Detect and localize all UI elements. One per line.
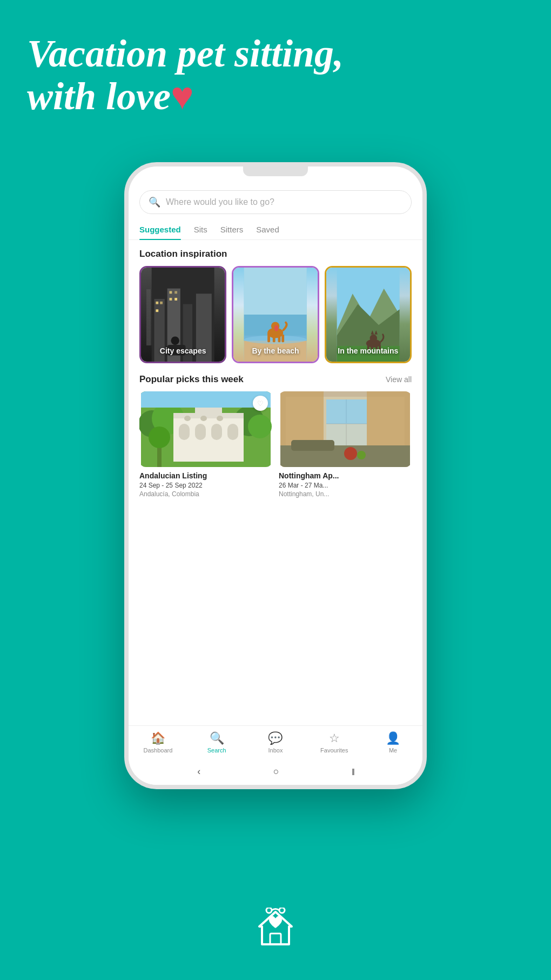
nav-me[interactable]: 👤 Me (364, 731, 422, 754)
andalucia-name: Andalucian Listing (139, 471, 272, 480)
inbox-icon: 💬 (268, 731, 283, 745)
svg-rect-46 (179, 424, 190, 440)
svg-point-26 (274, 325, 279, 331)
nottingham-location: Nottingham, Un... (279, 490, 412, 498)
view-all-button[interactable]: View all (386, 375, 412, 384)
nottingham-image (279, 391, 412, 467)
svg-rect-9 (174, 291, 177, 294)
svg-rect-50 (184, 416, 191, 421)
nottingham-illustration (279, 391, 412, 467)
nav-dashboard[interactable]: 🏠 Dashboard (129, 731, 187, 754)
svg-rect-22 (267, 333, 270, 342)
svg-point-12 (171, 337, 179, 345)
location-section-title: Location inspiration (129, 240, 422, 266)
nav-inbox[interactable]: 💬 Inbox (246, 731, 305, 754)
search-nav-label: Search (207, 747, 226, 754)
location-cards: City escapes (129, 266, 422, 363)
tab-sits[interactable]: Sits (194, 221, 207, 239)
phone-inner: 🔍 Where would you like to go? Suggested … (129, 166, 422, 785)
phone-frame: 🔍 Where would you like to go? Suggested … (124, 162, 427, 789)
android-navigation: ‹ ○ ||| (129, 758, 422, 785)
nottingham-date: 26 Mar - 27 Ma... (279, 482, 412, 489)
svg-point-69 (357, 451, 366, 459)
svg-point-32 (369, 335, 377, 342)
me-label: Me (389, 747, 397, 754)
svg-rect-11 (174, 298, 177, 301)
me-icon: 👤 (386, 731, 400, 745)
andalucia-heart-button[interactable]: ♡ (253, 396, 268, 411)
inbox-label: Inbox (268, 747, 283, 754)
city-card-label: City escapes (141, 346, 225, 355)
svg-rect-7 (156, 309, 158, 312)
svg-point-43 (248, 415, 272, 438)
search-bar[interactable]: 🔍 Where would you like to go? (139, 190, 412, 214)
svg-rect-71 (270, 934, 281, 944)
svg-rect-48 (211, 424, 222, 440)
svg-rect-53 (195, 408, 222, 414)
listing-card-andalucia[interactable]: ♡ Andalucian Listing 24 Sep - 25 Sep 202… (139, 391, 272, 498)
location-card-city[interactable]: City escapes (139, 266, 226, 363)
mountains-card-label: In the mountains (326, 346, 410, 355)
svg-rect-5 (156, 302, 158, 304)
svg-rect-52 (217, 416, 223, 421)
hero-title: Vacation pet sitting, with love♥ (27, 32, 524, 118)
beach-card-label: By the beach (233, 346, 317, 355)
svg-rect-51 (200, 416, 207, 421)
search-nav-icon: 🔍 (210, 731, 224, 745)
popular-picks-header: Popular picks this week View all (129, 363, 422, 391)
back-button[interactable]: ‹ (197, 766, 200, 777)
nav-favourites[interactable]: ☆ Favourites (305, 731, 364, 754)
svg-rect-47 (195, 424, 206, 440)
svg-point-72 (266, 908, 272, 913)
svg-rect-49 (227, 424, 238, 440)
svg-rect-25 (282, 335, 285, 343)
svg-rect-67 (291, 440, 334, 451)
tab-suggested[interactable]: Suggested (139, 221, 181, 239)
favourites-icon: ☆ (329, 731, 340, 745)
tab-saved[interactable]: Saved (256, 221, 279, 239)
svg-rect-54 (141, 391, 271, 408)
phone-notch (243, 166, 308, 176)
location-card-mountains[interactable]: In the mountains (325, 266, 412, 363)
search-placeholder: Where would you like to go? (166, 197, 274, 207)
tab-sitters[interactable]: Sitters (220, 221, 244, 239)
svg-rect-6 (160, 302, 163, 304)
svg-rect-8 (170, 291, 172, 294)
nav-search[interactable]: 🔍 Search (187, 731, 246, 754)
listing-cards: ♡ Andalucian Listing 24 Sep - 25 Sep 202… (129, 391, 422, 498)
dashboard-icon: 🏠 (151, 731, 165, 745)
svg-point-68 (344, 447, 357, 460)
svg-rect-15 (244, 268, 307, 315)
phone-content: 🔍 Where would you like to go? Suggested … (129, 176, 422, 785)
search-icon: 🔍 (149, 196, 160, 208)
home-button[interactable]: ○ (273, 766, 279, 777)
logo-icon (254, 908, 297, 951)
nottingham-name: Nottingham Ap... (279, 471, 412, 480)
bottom-navigation: 🏠 Dashboard 🔍 Search 💬 Inbox ☆ Favourite… (129, 725, 422, 758)
svg-rect-10 (170, 298, 172, 301)
svg-rect-23 (273, 335, 276, 343)
location-card-beach[interactable]: By the beach (232, 266, 319, 363)
svg-rect-24 (278, 333, 281, 342)
tab-bar: Suggested Sits Sitters Saved (129, 221, 422, 240)
bottom-logo (254, 908, 297, 958)
svg-point-73 (279, 908, 285, 913)
svg-point-56 (149, 426, 170, 448)
popular-picks-title: Popular picks this week (139, 374, 244, 385)
favourites-label: Favourites (320, 747, 348, 754)
andalucia-date: 24 Sep - 25 Sep 2022 (139, 482, 272, 489)
andalucia-location: Andalucía, Colombia (139, 490, 272, 498)
svg-rect-64 (326, 399, 367, 424)
andalucia-image: ♡ (139, 391, 272, 467)
dashboard-label: Dashboard (143, 747, 172, 754)
recent-button[interactable]: ||| (352, 768, 353, 775)
search-bar-wrap: 🔍 Where would you like to go? (129, 182, 422, 221)
heart-decoration: ♥ (171, 75, 194, 118)
listing-card-nottingham[interactable]: Nottingham Ap... 26 Mar - 27 Ma... Notti… (279, 391, 412, 498)
